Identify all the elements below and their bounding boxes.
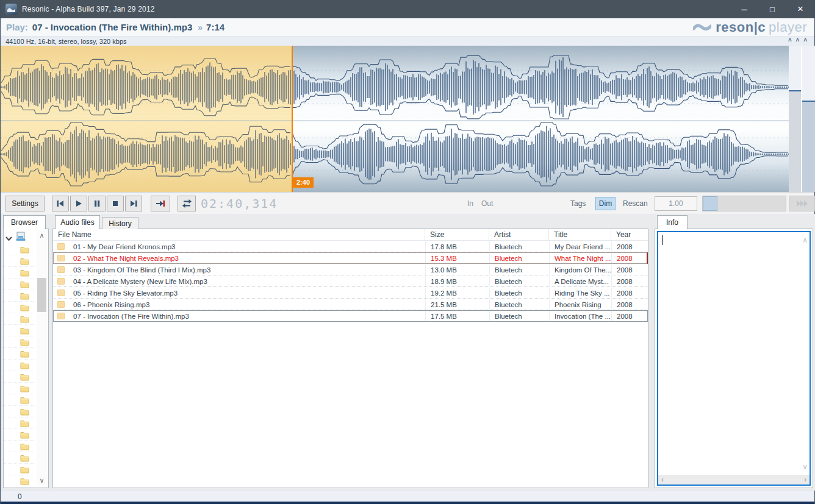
- info-scroll-left-icon[interactable]: ‹: [661, 475, 664, 484]
- collapse-carets-icon[interactable]: ^ ^ ^: [788, 38, 808, 44]
- out-point-label[interactable]: Out: [481, 199, 493, 208]
- column-year[interactable]: Year: [611, 229, 647, 240]
- info-panel: ∧ ∨ ‹ ›: [655, 229, 813, 488]
- tab-info[interactable]: Info: [657, 215, 688, 229]
- level-meter: [789, 46, 801, 192]
- tab-browser[interactable]: Browser: [3, 215, 46, 229]
- table-row[interactable]: 05 - Riding The Sky Elevator.mp319.2 MBB…: [53, 287, 648, 299]
- table-row[interactable]: 03 - Kingdom Of The Blind (Third I Mix).…: [53, 264, 648, 275]
- info-text-area[interactable]: ∧ ∨ ‹ ›: [657, 231, 811, 486]
- folder-icon: [20, 385, 29, 392]
- folder-item[interactable]: [4, 406, 35, 417]
- folder-item[interactable]: [4, 464, 35, 475]
- folder-item[interactable]: [4, 244, 35, 255]
- playhead-marker[interactable]: [292, 46, 293, 192]
- folder-item[interactable]: [4, 394, 35, 406]
- cell-artist: Bluetech: [490, 253, 550, 263]
- folder-item[interactable]: [4, 255, 35, 267]
- folder-item[interactable]: [4, 290, 35, 302]
- table-row[interactable]: 04 - A Delicate Mystery (New Life Mix).m…: [53, 275, 648, 287]
- folder-item[interactable]: [4, 360, 35, 371]
- track-duration: 7:14: [206, 22, 224, 32]
- column-artist[interactable]: Artist: [489, 229, 549, 240]
- cell-title: My Dear Friend ...: [550, 241, 612, 252]
- pause-button[interactable]: [88, 196, 106, 211]
- folder-item[interactable]: [4, 475, 35, 485]
- folder-item[interactable]: [4, 441, 35, 452]
- loop-button[interactable]: [178, 196, 196, 211]
- tab-audio-files[interactable]: Audio files: [55, 215, 100, 229]
- chevron-down-icon[interactable]: [5, 232, 12, 243]
- close-button[interactable]: ×: [786, 0, 814, 18]
- column-title[interactable]: Title: [549, 229, 611, 240]
- table-row[interactable]: 07 - Invocation (The Fire Within).mp317.…: [53, 310, 648, 322]
- info-scroll-right-icon[interactable]: ›: [804, 475, 806, 484]
- folder-icon: [20, 442, 29, 450]
- cell-file-name: 04 - A Delicate Mystery (New Life Mix).m…: [68, 276, 426, 286]
- volume-slider-handle[interactable]: [703, 196, 717, 211]
- volume-slider[interactable]: [702, 196, 786, 211]
- folder-item[interactable]: [4, 279, 35, 290]
- settings-button[interactable]: Settings: [5, 196, 45, 211]
- cell-year: 2008: [612, 253, 646, 263]
- file-icon: [54, 241, 68, 252]
- folder-icon: [20, 350, 29, 358]
- table-row[interactable]: 02 - What The Night Reveals.mp315.3 MBBl…: [53, 252, 648, 264]
- folder-item[interactable]: [4, 371, 35, 383]
- scroll-down-icon[interactable]: ∨: [37, 475, 47, 485]
- folder-icon: [20, 419, 29, 427]
- maximize-button[interactable]: □: [758, 0, 786, 18]
- tab-history[interactable]: History: [102, 217, 138, 229]
- folder-item[interactable]: [4, 325, 35, 336]
- info-horizontal-scrollbar[interactable]: ‹ ›: [658, 475, 810, 484]
- tags-button[interactable]: Tags: [570, 199, 586, 208]
- in-point-label[interactable]: In: [467, 199, 473, 208]
- fast-forward-button[interactable]: [789, 196, 815, 211]
- file-icon: [54, 264, 68, 275]
- folder-item[interactable]: [4, 336, 35, 348]
- stop-button[interactable]: [107, 196, 124, 211]
- cell-year: 2008: [612, 276, 646, 286]
- cell-year: 2008: [612, 264, 646, 275]
- minimize-button[interactable]: ─: [730, 0, 758, 18]
- cell-size: 18.9 MB: [426, 276, 490, 286]
- speed-value-field[interactable]: 1.00: [655, 196, 697, 211]
- folder-item[interactable]: [4, 417, 35, 429]
- folder-item[interactable]: [4, 267, 35, 279]
- cell-size: 17.8 MB: [426, 241, 490, 252]
- column-size[interactable]: Size: [425, 229, 489, 240]
- title-bar: Resonic - Alpha Build 397, Jan 29 2012 ─…: [1, 0, 814, 18]
- browser-scrollbar[interactable]: ∧ ∨: [37, 230, 47, 485]
- waveform-svg[interactable]: [1, 46, 789, 192]
- cell-year: 2008: [612, 288, 646, 298]
- info-scroll-down-icon[interactable]: ∨: [802, 463, 808, 471]
- folder-icon: [20, 466, 29, 474]
- play-button[interactable]: [70, 196, 87, 211]
- playlist-header: File Name Size Artist Title Year: [53, 229, 648, 241]
- cell-file-name: 01 - My Dear Friend Kronos.mp3: [68, 241, 426, 252]
- status-bar: 0: [1, 491, 814, 504]
- scroll-up-icon[interactable]: ∧: [37, 230, 47, 240]
- brand-name: reson|c: [716, 20, 766, 35]
- folder-item[interactable]: [4, 429, 35, 441]
- waveform-display: 2:40: [1, 46, 815, 192]
- table-row[interactable]: 01 - My Dear Friend Kronos.mp317.8 MBBlu…: [53, 241, 648, 252]
- previous-button[interactable]: [52, 196, 69, 211]
- table-row[interactable]: 06 - Phoenix Rising.mp321.5 MBBluetechPh…: [53, 299, 648, 310]
- computer-icon[interactable]: [16, 232, 27, 244]
- next-button[interactable]: [125, 196, 142, 211]
- level-meters: [789, 46, 815, 192]
- play-to-end-button[interactable]: [151, 196, 170, 211]
- folder-item[interactable]: [4, 313, 35, 325]
- folder-item[interactable]: [4, 452, 35, 464]
- folder-item[interactable]: [4, 383, 35, 394]
- dim-toggle[interactable]: Dim: [595, 197, 616, 210]
- column-file-name[interactable]: File Name: [53, 229, 425, 240]
- cell-artist: Bluetech: [490, 241, 550, 252]
- browser-scroll-thumb[interactable]: [37, 278, 46, 312]
- track-title: 07 - Invocation (The Fire Within).mp3: [32, 22, 192, 32]
- folder-item[interactable]: [4, 302, 35, 313]
- info-scroll-up-icon[interactable]: ∧: [802, 236, 808, 244]
- rescan-button[interactable]: Rescan: [623, 199, 648, 208]
- folder-item[interactable]: [4, 348, 35, 360]
